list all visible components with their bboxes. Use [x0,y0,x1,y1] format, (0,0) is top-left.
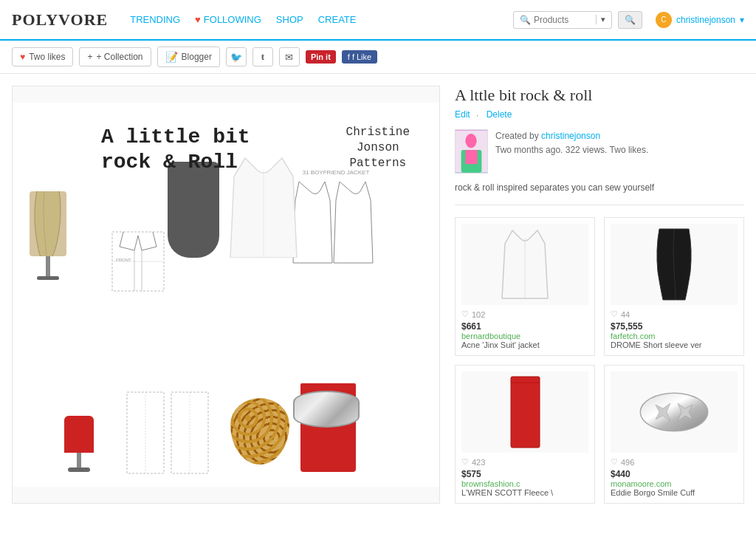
blogger-button[interactable]: 📝 Blogger [157,47,220,67]
search-box: 🔍 ▾ [513,11,612,29]
leopard-scarf-item [230,398,289,465]
likes-count: 423 [472,458,485,467]
user-menu[interactable]: C christinejonson ▾ [656,12,744,28]
search-button[interactable]: 🔍 [618,11,642,29]
product-image-wrap [461,371,588,453]
product-name: Eddie Borgo Smile Cuff [611,488,738,497]
product-price: $75,555 [611,321,738,332]
product-price: $440 [611,469,738,479]
jacket-pattern-front-back: 31 BOYFRIEND JACKET FRONT BACK [292,169,380,269]
shirt-pattern-svg: FRONT [109,228,168,295]
svg-rect-13 [465,150,477,164]
shirt-pattern-sketch: FRONT [109,228,168,297]
product-price: $661 [461,321,588,332]
nav: TRENDING ♥ FOLLOWING SHOP CREATE [130,14,513,25]
svg-point-17 [641,394,707,431]
heart-outline-icon: ♡ [461,309,469,319]
creator-name[interactable]: christinejonson [541,131,600,141]
edit-link[interactable]: Edit [455,109,470,120]
product-image-black-scarf [652,227,696,301]
white-blazer-item [227,154,300,260]
product-image-wrap [611,371,738,453]
product-item[interactable]: ♡ 423 $575 brownsfashion.c L'WREN SCOTT … [455,365,595,504]
likes-count: 44 [621,310,630,319]
facebook-icon: f [348,52,350,61]
product-store[interactable]: brownsfashion.c [461,479,588,488]
product-item[interactable]: ♡ 496 $440 monamoore.com Eddie Borgo Smi… [604,365,744,504]
user-chevron-icon: ▾ [740,15,744,25]
red-top-mannequin [64,416,94,472]
product-image-red-skirt [505,375,546,449]
creator-details: Created by christinejonson Two months ag… [495,129,648,157]
creator-thumbnail[interactable] [455,129,488,174]
product-name: L'WREN SCOTT Fleece \ [461,488,588,497]
svg-rect-14 [511,377,540,448]
product-store[interactable]: farfetch.com [611,332,738,340]
main-content: A little bit rock & Roll Christine Jonso… [0,74,756,516]
product-likes: ♡ 496 [611,457,738,467]
pattern-front-back-svg: FRONT BACK [292,178,380,267]
pants-pattern-svg [123,388,212,477]
fabric-drape-svg [30,191,66,256]
product-item[interactable]: ♡ 102 $661 bernardboutique Acne 'Jinx Su… [455,217,595,356]
product-likes: ♡ 423 [461,457,588,467]
product-store[interactable]: monamoore.com [611,479,738,488]
product-grid: ♡ 102 $661 bernardboutique Acne 'Jinx Su… [455,217,744,504]
right-panel: A lttle bit rock & roll Edit · Delete Cr… [455,86,744,504]
heart-outline-icon: ♡ [611,309,618,319]
logo: POLYVORE [12,10,108,30]
following-heart-icon: ♥ [195,14,201,25]
created-by-label: Created by [495,131,541,141]
collection-icon: + [87,52,92,62]
collection-button[interactable]: + + Collection [79,47,151,66]
likes-count: 496 [621,458,634,467]
search-icon: 🔍 [520,15,531,25]
pinterest-button[interactable]: Pin it [306,50,336,64]
nav-trending[interactable]: TRENDING [130,14,180,25]
canvas-brand-text: Christine Jonson Patterns [346,125,410,171]
product-price: $575 [461,469,588,479]
white-blazer-svg [227,154,300,258]
action-bar: ♥ Two likes + + Collection 📝 Blogger 🐦 t… [0,41,756,74]
set-title: A lttle bit rock & roll [455,86,744,105]
heart-outline-icon: ♡ [461,457,469,467]
silver-cuff-item [293,391,360,428]
creator-meta: Two months ago. 322 views. Two likes. [495,145,648,155]
twitter-button[interactable]: 🐦 [226,47,247,66]
likes-label: Two likes [29,52,65,62]
nav-create[interactable]: CREATE [318,14,357,25]
search-area: 🔍 ▾ 🔍 C christinejonson ▾ [513,11,744,29]
tumblr-button[interactable]: t [252,47,273,66]
facebook-button[interactable]: f f Like [342,50,377,64]
link-divider: · [476,109,481,120]
header: POLYVORE TRENDING ♥ FOLLOWING SHOP CREAT… [0,0,756,41]
product-item[interactable]: ♡ 44 $75,555 farfetch.com DROME Short sl… [604,217,744,356]
set-artwork: A little bit rock & Roll Christine Jonso… [13,103,439,487]
product-image-white-jacket [499,227,551,301]
nav-shop[interactable]: SHOP [276,14,303,25]
set-canvas: A little bit rock & Roll Christine Jonso… [12,86,440,504]
heart-outline-icon: ♡ [611,457,618,467]
svg-text:FRONT: FRONT [303,265,323,267]
product-image-wrap [611,224,738,305]
black-scarf-item [168,162,219,258]
email-button[interactable]: ✉ [279,47,300,66]
likes-button[interactable]: ♥ Two likes [12,47,73,66]
search-input[interactable] [534,15,593,25]
canvas-brand: Christine Jonson Patterns [346,125,410,171]
product-store[interactable]: bernardboutique [461,332,588,340]
draped-fabric-mannequin [27,191,68,280]
collection-label: + Collection [97,52,143,62]
fabric-swatch [30,191,66,256]
product-image-wrap [461,224,588,305]
product-image-silver-cuff [637,390,711,434]
avatar: C [656,12,672,28]
likes-count: 102 [472,310,485,319]
delete-link[interactable]: Delete [487,109,512,120]
username: christinejonson [676,15,735,25]
nav-following[interactable]: ♥ FOLLOWING [195,14,261,25]
search-category-dropdown[interactable]: ▾ [596,15,605,24]
svg-text:BACK: BACK [345,265,361,267]
product-name: DROME Short sleeve ver [611,340,738,349]
svg-point-11 [465,134,476,148]
